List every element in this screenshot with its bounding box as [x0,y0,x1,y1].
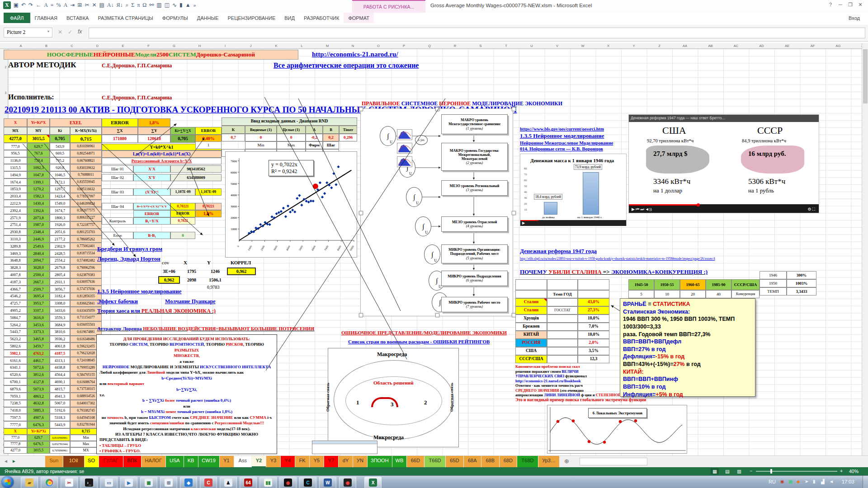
military-ratings-link[interactable]: Список стран по военным расходам - ОШИБК… [348,339,490,344]
sheet-tab-Ass[interactable]: Ass [234,456,252,468]
table-cell[interactable]: 4632,8 [27,400,50,407]
table-cell[interactable]: Error [102,232,133,239]
table-cell[interactable]: 2840,4 [27,250,50,257]
table-cell[interactable]: 2348,4 [27,229,50,236]
table-cell[interactable]: Конкуренция [731,290,760,298]
table-cell[interactable]: Timer [339,126,357,134]
page-break-icon[interactable]: ▥ [735,468,743,474]
zoom-slider-thumb[interactable] [770,469,772,474]
table-cell[interactable]: 1800,3 [50,214,70,221]
table-cell[interactable]: 1,107E-09 [170,188,195,196]
table-cell[interactable] [547,323,578,331]
table-cell[interactable]: 1 [195,141,222,149]
table-cell[interactable]: 3,5% [578,347,609,355]
mini-val[interactable]: 300% [787,271,816,279]
sheet-tab-Y5[interactable]: Y5 [310,456,324,468]
sheet-nav-right-icon[interactable]: ► [12,459,16,464]
table-cell[interactable]: 10 [654,290,680,298]
taskbar-vscode[interactable]: ◆ [180,477,197,488]
table-cell[interactable]: 6476,3 [27,421,50,428]
table-cell[interactable]: Ki [50,127,70,135]
taskbar-cmd[interactable]: ›_ [80,477,98,488]
table-cell[interactable]: 2392,4 [4,207,27,214]
right-link-4[interactable]: 014. Нейронные сети — К.В. Воронцов [520,146,603,151]
table-cell[interactable]: 3936,2 [50,336,70,343]
tray-antivirus[interactable]: ◆ [797,479,800,484]
table-cell[interactable]: 0,296 [339,134,357,141]
table-cell[interactable]: 3373,3 [27,328,50,336]
table-cell[interactable] [547,314,578,323]
table-cell[interactable] [547,298,578,306]
table-cell[interactable]: B [323,126,339,134]
table-cell[interactable]: 795,2 [50,157,70,164]
table-cell[interactable]: (X'X)⁻¹ [133,188,170,196]
link-poincare[interactable]: Молчание Пуанкаре [165,298,216,305]
table-cell[interactable]: 7059,1 [4,393,27,400]
sheet-tab-USA[interactable]: USA [166,456,184,468]
sheet-tab-Ур3…[interactable]: Ур3… [538,456,559,468]
table-cell[interactable]: 1297,7 [50,186,70,193]
table-cell[interactable]: 5623,2 [4,336,27,343]
sheet-tab-Y4[interactable]: Y4 [281,456,295,468]
sheet-tab-66D[interactable]: 66D [407,456,425,468]
table-cell[interactable]: Ki=∑Y/∑X [170,127,195,135]
table-cell[interactable]: 10,0% [578,331,609,339]
table-cell[interactable]: 4690,1 [50,378,70,385]
sheet-tab-ГУЛАГ[interactable]: ГУЛАГ [99,456,123,468]
table-cell[interactable]: 1092,3 [27,164,50,171]
sheet-tab-1Oil[interactable]: 1Oil [63,456,84,468]
table-cell[interactable]: 1674,7 [50,207,70,214]
table-cell[interactable]: X'Y [133,174,170,181]
link-lorenz[interactable]: Лоренц, Эдвард Нортон [97,255,160,263]
corr-value[interactable]: 2098 [180,276,203,284]
table-cell[interactable]: 0,70088011 [70,171,102,178]
table-cell[interactable]: 777,0 [4,435,27,441]
table-cell[interactable]: 0 [245,134,277,141]
table-cell[interactable]: 0,711154377 [70,314,102,321]
table-cell[interactable]: 0,778157997 [70,193,102,200]
right-link-3[interactable]: Нейронное Межотраслевое Моделирование [520,141,613,145]
table-cell[interactable]: 2,0% [578,339,609,347]
taskbar-media-player[interactable]: ▶ [120,477,137,488]
link-attractor[interactable]: Аттрактор Лоренца НЕБОЛЬШИЕ ВОЗДЕЙСТВИЯ=… [97,326,314,331]
taskbar-ninja-app[interactable]: ♟ [220,477,237,488]
table-cell[interactable]: 767,6 [27,150,50,157]
table-cell[interactable]: EXEL [50,118,102,127]
table-cell[interactable]: 3828,3 [4,264,27,272]
table-cell[interactable]: 4277,0 [4,447,27,454]
table-cell[interactable]: 0,2 [323,134,339,141]
table-cell[interactable]: 0,705 [50,135,70,143]
table-cell[interactable]: 5067,0 [50,400,70,407]
table-cell[interactable]: 4061,8 [50,343,70,350]
sheet-tab-ВПК[interactable]: ВПК [123,456,141,468]
table-cell[interactable]: Шаг [323,141,339,149]
right-link-2[interactable]: 1.3.5 Нейронное моделирование [520,132,604,140]
table-cell[interactable]: ERROR [170,210,195,217]
table-cell[interactable]: 0,801253703 [70,229,102,236]
table-cell[interactable]: 6700,1 [4,378,27,385]
taskbar-green-chart-app[interactable]: ▮▮ [259,477,277,488]
table-cell[interactable]: 3695,4 [27,293,50,300]
normal-view-icon[interactable]: ▦ [711,468,719,474]
table-cell[interactable]: Шаг 04 [102,203,133,210]
video-reform-1947[interactable]: Денежная реформа 1947 года — наш ответ Б… [628,114,819,213]
table-cell[interactable]: 1549,0 [50,200,70,207]
table-cell[interactable]: 777,0 [4,143,27,150]
table-cell[interactable]: 6161,6 [4,357,27,364]
table-cell[interactable] [578,279,609,290]
sheet-tab-KB[interactable]: KB [184,456,198,468]
table-cell[interactable]: X'X [133,165,170,173]
table-cell[interactable]: 20 [680,290,706,298]
table-cell[interactable]: 43,0% [578,298,609,306]
table-cell[interactable]: 5 [628,290,654,298]
table-cell[interactable]: 7777,8 [4,441,27,447]
table-cell[interactable]: B-B₁ [133,232,170,239]
link-neural-modeling[interactable]: 1.3.5 Нейронное моделирование [97,288,181,295]
table-cell[interactable]: 3110,3 [4,235,27,243]
table-cell[interactable]: 1046,5 [50,171,70,178]
table-cell[interactable] [547,355,578,363]
table-cell[interactable]: MY [27,127,50,135]
table-cell[interactable]: 3289,8 [4,243,27,250]
taskbar-excel-active[interactable]: X [364,477,382,488]
sheet-tab-FK[interactable]: FK [295,456,309,468]
